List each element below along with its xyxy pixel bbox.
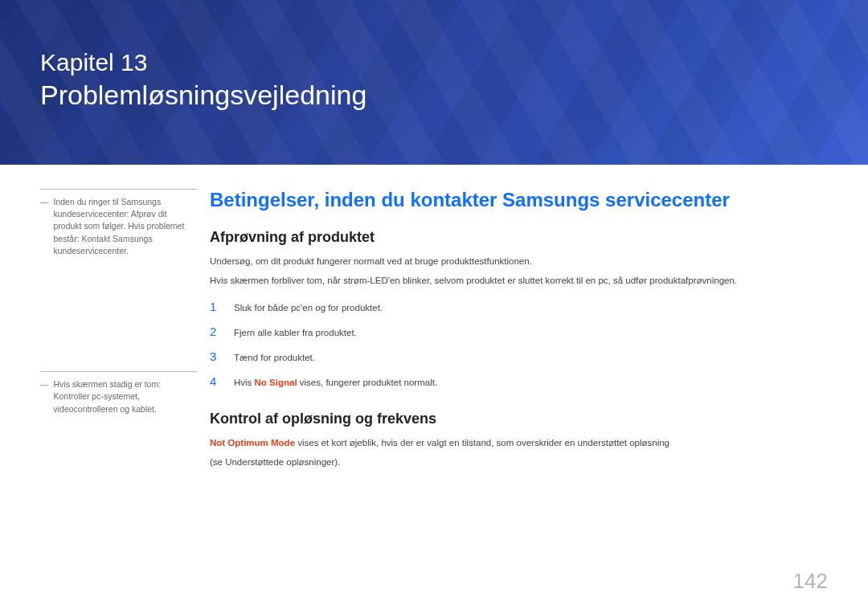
step4-bold: No Signal xyxy=(255,378,297,387)
subsection-2-p1: Not Optimum Mode vises et kort øjeblik, … xyxy=(210,435,828,452)
step-text: Hvis No Signal vises, fungerer produktet… xyxy=(234,378,437,387)
side-note-2-text: Hvis skærmen stadig er tom: Kontroller p… xyxy=(54,378,198,415)
step-text: Sluk for både pc'en og for produktet. xyxy=(234,303,383,313)
sidebar: ― Inden du ringer til Samsungs kundeserv… xyxy=(40,189,197,473)
step4-suffix: vises, fungerer produktet normalt. xyxy=(297,378,438,387)
chapter-banner: Kapitel 13 Problemløsningsvejledning xyxy=(0,0,868,165)
subsection-1-heading: Afprøvning af produktet xyxy=(210,229,828,246)
subsection-2-p2: (se Understøttede opløsninger). xyxy=(210,455,828,471)
step-text: Tænd for produktet. xyxy=(234,353,315,362)
page-number: 142 xyxy=(793,569,828,594)
chapter-number: Kapitel 13 xyxy=(40,48,828,77)
dash-icon: ― xyxy=(40,196,49,257)
sub2-rest: vises et kort øjeblik, hvis der er valgt… xyxy=(295,438,669,447)
sub2-bold: Not Optimum Mode xyxy=(210,438,295,447)
step-number: 1 xyxy=(210,300,221,313)
steps-list: 1 Sluk for både pc'en og for produktet. … xyxy=(210,300,828,388)
step-row: 2 Fjern alle kabler fra produktet. xyxy=(210,325,828,338)
side-note-1: ― Inden du ringer til Samsungs kundeserv… xyxy=(40,189,197,257)
sidebar-spacer xyxy=(40,273,197,371)
page-body: ― Inden du ringer til Samsungs kundeserv… xyxy=(0,165,868,473)
side-note-1-text: Inden du ringer til Samsungs kundeservic… xyxy=(54,196,198,257)
step-text: Fjern alle kabler fra produktet. xyxy=(234,328,357,337)
step-number: 4 xyxy=(210,374,221,388)
subsection-1-p2: Hvis skærmen forbliver tom, når strøm-LE… xyxy=(210,273,828,289)
side-note-2: ― Hvis skærmen stadig er tom: Kontroller… xyxy=(40,371,197,415)
step-row: 3 Tænd for produktet. xyxy=(210,349,828,363)
chapter-title: Problemløsningsvejledning xyxy=(40,79,828,112)
step-number: 3 xyxy=(210,349,221,363)
subsection-2-heading: Kontrol af opløsning og frekvens xyxy=(210,411,828,427)
main-content: Betingelser, inden du kontakter Samsungs… xyxy=(197,189,828,473)
step-row: 4 Hvis No Signal vises, fungerer produkt… xyxy=(210,374,828,388)
step-row: 1 Sluk for både pc'en og for produktet. xyxy=(210,300,828,313)
step-number: 2 xyxy=(210,325,221,338)
section-heading: Betingelser, inden du kontakter Samsungs… xyxy=(210,189,828,211)
dash-icon: ― xyxy=(40,378,49,415)
subsection-1-p1: Undersøg, om dit produkt fungerer normal… xyxy=(210,254,828,270)
step4-prefix: Hvis xyxy=(234,378,255,387)
